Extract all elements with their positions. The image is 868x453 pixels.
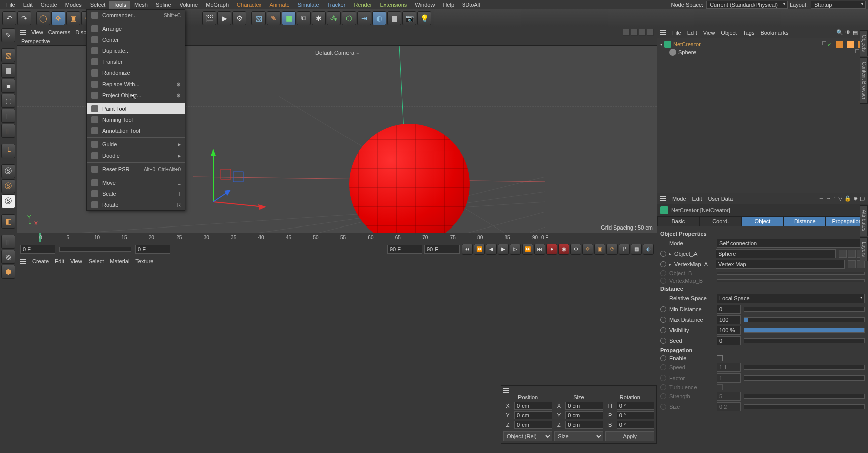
- frame-slider[interactable]: [59, 247, 131, 252]
- rot-p-input[interactable]: [617, 411, 654, 419]
- hamburger-icon[interactable]: [660, 196, 666, 201]
- up-icon[interactable]: ↑: [834, 195, 837, 202]
- menu-item-project-object-[interactable]: Project Object...⚙: [87, 90, 185, 101]
- render-button[interactable]: ▶: [217, 11, 231, 25]
- tree-row-netcreator[interactable]: ▾NetCreator✓: [659, 40, 866, 48]
- visibility-slider[interactable]: [744, 328, 865, 333]
- menu-item-guide[interactable]: Guide▶: [87, 139, 185, 150]
- pen-tool-button[interactable]: ✎: [267, 11, 281, 25]
- menu-item-annotation-tool[interactable]: Annotation Tool: [87, 125, 185, 136]
- goto-end-button[interactable]: ⏭: [534, 244, 545, 255]
- key-settings-button[interactable]: ⚙: [570, 244, 581, 255]
- menu-item-doodle[interactable]: Doodle▶: [87, 150, 185, 161]
- mm-edit[interactable]: Edit: [55, 258, 64, 264]
- anim-ring[interactable]: [660, 317, 666, 323]
- menu-tools[interactable]: Tools: [109, 1, 130, 9]
- menu-help[interactable]: Help: [439, 1, 458, 9]
- end-frame-a-input[interactable]: 90 F: [387, 245, 422, 254]
- workplane2-button[interactable]: ◧: [1, 214, 15, 229]
- visibility-toggle[interactable]: [822, 41, 826, 45]
- field-button[interactable]: ⬡: [342, 11, 356, 25]
- key-rot-button[interactable]: ⟳: [606, 244, 618, 255]
- redo-button[interactable]: ↷: [17, 11, 31, 25]
- max-dist-input[interactable]: 100: [717, 315, 741, 324]
- lock-icon[interactable]: 🔒: [844, 195, 851, 202]
- size-mode-combo[interactable]: Size: [554, 431, 603, 441]
- key-misc-button[interactable]: ◐: [643, 244, 654, 255]
- texture-mode-button[interactable]: ▦: [1, 63, 15, 78]
- vtab-content[interactable]: Content Browser: [860, 57, 868, 104]
- cloner-button[interactable]: ✱: [312, 11, 326, 25]
- point-mode-button[interactable]: ▢: [1, 94, 15, 108]
- menu-mograph[interactable]: MoGraph: [202, 1, 233, 9]
- key-pos-button[interactable]: ✥: [582, 244, 593, 255]
- anim-ring[interactable]: [660, 251, 666, 257]
- obj-a-field[interactable]: Sphere: [716, 249, 836, 258]
- tree-row-sphere[interactable]: Sphere✓: [659, 48, 866, 56]
- expand-icon[interactable]: ▸: [669, 262, 671, 267]
- next-frame-button[interactable]: ▷: [510, 244, 521, 255]
- hamburger-icon[interactable]: [660, 30, 666, 35]
- deformer-button[interactable]: ⇥: [357, 11, 371, 25]
- cube-primitive-button[interactable]: ▧: [251, 11, 266, 25]
- record-button[interactable]: ●: [546, 244, 557, 255]
- menu-spline[interactable]: Spline: [152, 1, 176, 9]
- prev-key-button[interactable]: ⏪: [474, 244, 485, 255]
- coord-mode-combo[interactable]: Object (Rel): [503, 431, 552, 441]
- hamburger-icon[interactable]: [20, 30, 26, 35]
- menu-create[interactable]: Create: [37, 1, 61, 9]
- tab-basic[interactable]: Basic: [657, 216, 700, 226]
- current-frame-input[interactable]: 0 F: [135, 245, 170, 254]
- anim-ring[interactable]: [660, 338, 666, 344]
- pos-z-input[interactable]: [514, 421, 552, 429]
- hamburger-icon[interactable]: [20, 259, 26, 264]
- menu-item-arrange[interactable]: Arrange: [87, 23, 185, 34]
- effector-button[interactable]: ⁂: [327, 11, 341, 25]
- pos-x-input[interactable]: [514, 402, 552, 410]
- om-file[interactable]: File: [672, 30, 681, 36]
- sphere-object[interactable]: [329, 124, 490, 233]
- timeline-ruler[interactable]: 0510152025303540455055606570758085900 F: [17, 233, 657, 242]
- menu-file[interactable]: File: [2, 1, 19, 9]
- anim-ring[interactable]: [660, 261, 666, 267]
- poly-mode-button[interactable]: ▥: [1, 124, 15, 138]
- vtab-attributes[interactable]: Attributes: [860, 205, 868, 236]
- eye-icon[interactable]: 👁: [845, 29, 851, 36]
- object-tag[interactable]: [847, 41, 854, 48]
- menu-item-naming-tool[interactable]: Naming Tool: [87, 114, 185, 125]
- menu-item-randomize[interactable]: Randomize: [87, 67, 185, 79]
- instance-button[interactable]: ⧉: [297, 11, 311, 25]
- menu-tracker[interactable]: Tracker: [323, 1, 350, 9]
- pos-y-input[interactable]: [514, 411, 552, 419]
- vmap-a-field[interactable]: Vertex Map: [716, 260, 845, 269]
- clear-icon[interactable]: [857, 260, 865, 268]
- mm-select[interactable]: Select: [89, 258, 104, 264]
- pick-icon[interactable]: [848, 260, 856, 268]
- anim-ring[interactable]: [660, 327, 666, 333]
- axis-button[interactable]: └: [1, 144, 15, 158]
- menu-select[interactable]: Select: [86, 1, 110, 9]
- menu-item-transfer[interactable]: Transfer: [87, 56, 185, 67]
- seed-slider[interactable]: [744, 338, 865, 343]
- rot-h-input[interactable]: [617, 402, 654, 410]
- locked-button[interactable]: ▦: [1, 235, 15, 249]
- filter-icon[interactable]: ▤: [853, 29, 858, 36]
- workplane-button[interactable]: ▣: [1, 79, 15, 93]
- end-frame-b-input[interactable]: 90 F: [424, 245, 460, 254]
- om-edit[interactable]: Edit: [687, 30, 697, 36]
- play-button[interactable]: ▶: [498, 244, 509, 255]
- node-space-combo[interactable]: Current (Standard/Physical): [706, 1, 788, 9]
- subdiv-button[interactable]: ▦: [282, 11, 296, 25]
- hamburger-icon[interactable]: [503, 388, 509, 393]
- menu-item-center[interactable]: Center: [87, 34, 185, 45]
- menu-3dtoall[interactable]: 3DtoAll: [458, 1, 484, 9]
- enable-toggle[interactable]: ✓: [827, 41, 832, 48]
- vtab-objects[interactable]: Objects: [860, 30, 868, 56]
- mode-combo[interactable]: Self connection: [717, 239, 865, 248]
- am-mode[interactable]: Mode: [672, 196, 686, 202]
- menu-item-move[interactable]: MoveE: [87, 177, 185, 188]
- min-dist-slider[interactable]: [744, 307, 865, 312]
- edge-mode-button[interactable]: ▤: [1, 109, 15, 123]
- seed-input[interactable]: 0: [717, 336, 741, 345]
- menu-item-replace-with-[interactable]: Replace With...⚙: [87, 79, 185, 90]
